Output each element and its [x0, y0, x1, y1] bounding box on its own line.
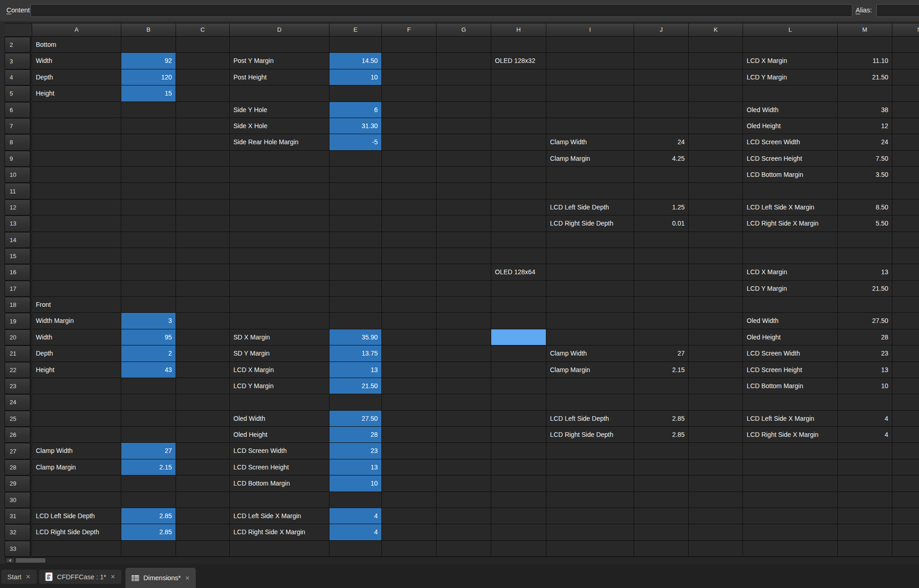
cell-A7[interactable] [32, 118, 121, 134]
cell-E10[interactable] [329, 167, 382, 183]
cell-J18[interactable] [634, 297, 689, 313]
cell-I25[interactable]: LCD Left Side Depth [546, 411, 634, 427]
cell-F3[interactable] [382, 53, 437, 69]
cell-I32[interactable] [546, 524, 634, 540]
row-header-18[interactable]: 18 [5, 297, 30, 313]
column-header-N[interactable]: N [892, 23, 919, 37]
cell-G28[interactable] [437, 459, 491, 475]
cell-H30[interactable] [491, 492, 546, 508]
cell-M7[interactable]: 12 [838, 118, 892, 134]
cell-B16[interactable] [121, 264, 176, 280]
column-header-I[interactable]: I [546, 23, 634, 37]
cell-H32[interactable] [491, 524, 546, 540]
cell-J30[interactable] [634, 492, 689, 508]
cell-J26[interactable]: 2.85 [634, 427, 689, 443]
cell-C28[interactable] [176, 459, 230, 475]
cell-A2[interactable]: Bottom [32, 37, 121, 53]
cell-N2[interactable] [892, 37, 919, 53]
cell-I19[interactable] [546, 313, 634, 329]
cell-K29[interactable] [689, 475, 743, 492]
cell-F31[interactable] [382, 508, 437, 524]
cell-H33[interactable] [491, 541, 546, 557]
cell-K30[interactable] [689, 492, 743, 508]
cell-E15[interactable] [329, 248, 382, 264]
cell-B30[interactable] [121, 492, 176, 508]
cell-G2[interactable] [437, 37, 491, 53]
cell-B25[interactable] [121, 411, 176, 427]
cell-H3[interactable]: OLED 128x32 [491, 53, 546, 69]
row-header-3[interactable]: 3 [5, 53, 30, 69]
cell-N27[interactable] [892, 443, 919, 459]
cell-B15[interactable] [121, 248, 176, 264]
cell-H22[interactable] [491, 362, 546, 378]
cell-F2[interactable] [382, 37, 437, 53]
cell-N29[interactable] [892, 475, 919, 492]
cell-M32[interactable] [838, 524, 892, 540]
cell-A20[interactable]: Width [32, 329, 121, 345]
cell-A21[interactable]: Depth [32, 345, 121, 362]
cell-M19[interactable]: 27.50 [838, 313, 892, 329]
cell-A19[interactable]: Width Margin [32, 313, 121, 329]
cell-D9[interactable] [230, 151, 329, 167]
cell-M18[interactable] [838, 297, 892, 313]
cell-K4[interactable] [689, 69, 743, 85]
cell-A18[interactable]: Front [32, 297, 121, 313]
cell-I6[interactable] [546, 102, 634, 118]
cell-B20[interactable]: 95 [121, 329, 176, 345]
cell-E2[interactable] [329, 37, 382, 53]
row-header-32[interactable]: 32 [5, 524, 30, 540]
cell-E3[interactable]: 14.50 [329, 53, 382, 69]
cell-B12[interactable] [121, 199, 176, 215]
cell-N16[interactable] [892, 264, 919, 280]
cell-C8[interactable] [176, 134, 230, 150]
cell-K22[interactable] [689, 362, 743, 378]
tab-close-icon[interactable]: ✕ [26, 573, 31, 580]
cell-C7[interactable] [176, 118, 230, 134]
cell-L17[interactable]: LCD Y Margin [743, 281, 838, 297]
cell-D4[interactable]: Post Height [230, 69, 329, 85]
cell-A31[interactable]: LCD Left Side Depth [32, 508, 121, 524]
cell-I29[interactable] [546, 475, 634, 492]
cell-J9[interactable]: 4.25 [634, 151, 689, 167]
cell-C20[interactable] [176, 329, 230, 345]
cell-K3[interactable] [689, 53, 743, 69]
column-header-C[interactable]: C [176, 23, 230, 37]
cell-E5[interactable] [329, 85, 382, 102]
cell-G20[interactable] [437, 329, 491, 345]
cell-E4[interactable]: 10 [329, 69, 382, 85]
cell-D3[interactable]: Post Y Margin [230, 53, 329, 69]
cell-H16[interactable]: OLED 128x64 [491, 264, 546, 280]
cell-D20[interactable]: SD X Margin [230, 329, 329, 345]
cell-G32[interactable] [437, 524, 491, 540]
cell-G27[interactable] [437, 443, 491, 459]
cell-I7[interactable] [546, 118, 634, 134]
column-header-J[interactable]: J [634, 23, 689, 37]
cell-C31[interactable] [176, 508, 230, 524]
cell-H19[interactable] [491, 313, 546, 329]
cell-D6[interactable]: Side Y Hole [230, 102, 329, 118]
cell-K33[interactable] [689, 541, 743, 557]
cell-I2[interactable] [546, 37, 634, 53]
cell-E19[interactable] [329, 313, 382, 329]
cell-A4[interactable]: Depth [32, 69, 121, 85]
cell-N31[interactable] [892, 508, 919, 524]
cell-E18[interactable] [329, 297, 382, 313]
cell-K15[interactable] [689, 248, 743, 264]
cell-C10[interactable] [176, 167, 230, 183]
cell-M16[interactable]: 13 [838, 264, 892, 280]
cell-M27[interactable] [838, 443, 892, 459]
cell-H21[interactable] [491, 345, 546, 362]
cell-H28[interactable] [491, 459, 546, 475]
cell-B18[interactable] [121, 297, 176, 313]
cell-F5[interactable] [382, 85, 437, 102]
cell-E14[interactable] [329, 232, 382, 248]
column-header-H[interactable]: H [491, 23, 546, 37]
cell-A11[interactable] [32, 183, 121, 199]
cell-K24[interactable] [689, 394, 743, 410]
cell-E8[interactable]: -5 [329, 134, 382, 150]
cell-C21[interactable] [176, 345, 230, 362]
cell-J25[interactable]: 2.85 [634, 411, 689, 427]
cell-C16[interactable] [176, 264, 230, 280]
cell-A10[interactable] [32, 167, 121, 183]
cell-F8[interactable] [382, 134, 437, 150]
